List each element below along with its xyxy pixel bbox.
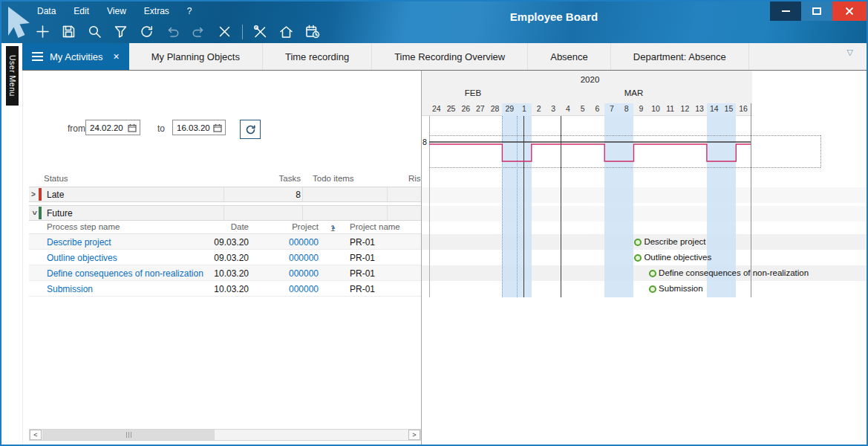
scrollbar-thumb[interactable]	[42, 430, 215, 440]
scroll-left-button[interactable]: <	[30, 430, 42, 440]
project-link[interactable]: 000000	[252, 237, 319, 248]
project-name-cell: PR-01	[350, 253, 375, 263]
gantt-grid-dotted	[429, 135, 820, 136]
cancel-button[interactable]	[216, 23, 233, 40]
date-cell: 09.03.20	[185, 237, 249, 248]
milestone-marker[interactable]	[634, 239, 642, 246]
process-step-link[interactable]: Define consequences of non-realization	[47, 268, 203, 279]
toolbar-separator	[242, 25, 243, 39]
planning-board-icon	[304, 23, 321, 40]
app-logo-icon	[5, 4, 35, 41]
tab-close-icon[interactable]: ×	[114, 51, 120, 62]
horizontal-scrollbar[interactable]: < >	[29, 429, 421, 441]
minimize-button[interactable]	[770, 1, 801, 21]
search-icon	[86, 23, 103, 40]
toolbar	[34, 23, 321, 40]
home-button[interactable]	[278, 23, 295, 40]
scroll-right-button[interactable]: >	[408, 430, 420, 440]
calendar-icon[interactable]	[213, 123, 222, 132]
tools-button[interactable]	[252, 23, 269, 40]
gantt-weekend-band	[604, 116, 619, 297]
search-button[interactable]	[86, 23, 103, 40]
column-header-date[interactable]: Date	[185, 222, 249, 231]
column-header-status[interactable]: Status	[44, 174, 68, 183]
collapse-chevron-icon[interactable]: >	[30, 211, 39, 216]
project-link[interactable]: 000000	[252, 284, 319, 294]
tab-time-recording[interactable]: Time recording	[263, 43, 372, 70]
menu-item-data[interactable]: Data	[37, 6, 56, 16]
tab-department-absence[interactable]: Department: Absence	[611, 43, 749, 70]
expand-chevron-icon[interactable]: >	[31, 190, 36, 198]
menu-item-extras[interactable]: Extras	[144, 6, 169, 16]
tabbar: My Activities × My Planning Objects Time…	[22, 43, 867, 71]
project-name-cell: PR-01	[350, 237, 375, 248]
undo-button[interactable]	[164, 23, 181, 40]
milestone-marker[interactable]	[649, 285, 656, 293]
column-header-project-name[interactable]: Project name	[350, 222, 400, 231]
milestone-label: Submission	[659, 284, 702, 293]
gantt-day-label: 12	[678, 104, 693, 113]
table-row[interactable]: Outline objectives 09.03.20 000000 PR-01	[29, 250, 422, 265]
table-row[interactable]: Describe project 09.03.20 000000 PR-01	[29, 234, 422, 250]
refresh-button[interactable]	[138, 23, 155, 40]
gantt-grid-dotted	[429, 167, 820, 168]
gantt-weekend-band	[517, 116, 532, 297]
column-header-tasks[interactable]: Tasks	[226, 174, 301, 183]
gantt-marker-line	[561, 116, 561, 297]
gantt-month-label: MAR	[604, 88, 664, 97]
project-link[interactable]: 000000	[252, 268, 319, 279]
gantt-day-label: 29	[502, 104, 517, 113]
menu-item-view[interactable]: View	[107, 6, 126, 16]
column-header-risks[interactable]: Ris	[408, 174, 422, 183]
tab-my-activities[interactable]: My Activities ×	[22, 43, 129, 70]
filter-button[interactable]	[112, 23, 129, 40]
maximize-button[interactable]	[801, 1, 832, 21]
gantt-day-label: 9	[634, 104, 649, 113]
gantt-axis-left	[429, 116, 430, 297]
from-label: from	[68, 123, 85, 134]
column-header-process-step-name[interactable]: Process step name	[47, 222, 120, 231]
process-step-link[interactable]: Outline objectives	[47, 253, 117, 263]
menu-item-help[interactable]: ?	[187, 6, 192, 16]
gantt-weekend-band	[502, 116, 517, 297]
save-button[interactable]	[60, 23, 77, 40]
from-date-input[interactable]: 24.02.20	[85, 120, 140, 135]
tab-overflow-dropdown-icon[interactable]: ▽	[847, 48, 853, 57]
milestone-marker[interactable]	[649, 270, 656, 277]
gantt-day-label: 14	[707, 104, 722, 113]
project-link[interactable]: 000000	[252, 253, 319, 263]
close-button[interactable]	[832, 1, 867, 21]
gantt-day-label: 5	[575, 104, 590, 113]
from-date-value: 24.02.20	[90, 123, 123, 132]
to-date-input[interactable]: 16.03.20	[172, 120, 226, 135]
user-menu-tab[interactable]: User Menu	[6, 46, 19, 106]
tab-label: My Activities	[50, 51, 103, 62]
titlebar: Data Edit View Extras ? Employee Board	[1, 1, 867, 43]
window-controls	[770, 1, 867, 21]
tab-my-planning-objects[interactable]: My Planning Objects	[129, 43, 263, 70]
menu-item-edit[interactable]: Edit	[74, 6, 89, 16]
tab-time-recording-overview[interactable]: Time Recording Overview	[372, 43, 528, 70]
redo-button[interactable]	[190, 23, 207, 40]
milestone-marker[interactable]	[634, 254, 642, 262]
gantt-row-stripe	[422, 206, 867, 222]
calendar-icon[interactable]	[128, 123, 137, 132]
column-header-todo-items[interactable]: Todo items	[313, 174, 354, 183]
apply-date-range-button[interactable]	[240, 120, 261, 139]
process-step-link[interactable]: Submission	[47, 284, 93, 294]
group-row-future[interactable]: > Future	[29, 205, 422, 221]
planning-board-button[interactable]	[304, 23, 321, 40]
add-button[interactable]	[34, 23, 51, 40]
group-row-late[interactable]: > Late 8	[29, 187, 422, 202]
tab-label: Time recording	[285, 51, 349, 62]
to-label: to	[157, 123, 165, 134]
gantt-day-label: 6	[590, 104, 605, 113]
tab-label: My Planning Objects	[151, 51, 240, 62]
tab-absence[interactable]: Absence	[528, 43, 611, 70]
column-header-project[interactable]: Project	[252, 222, 319, 231]
filter-icon	[112, 23, 129, 40]
table-row[interactable]: Define consequences of non-realization 1…	[29, 265, 422, 281]
project-name-cell: PR-01	[350, 268, 375, 279]
process-step-link[interactable]: Describe project	[47, 237, 111, 248]
table-row[interactable]: Submission 10.03.20 000000 PR-01	[29, 281, 422, 297]
